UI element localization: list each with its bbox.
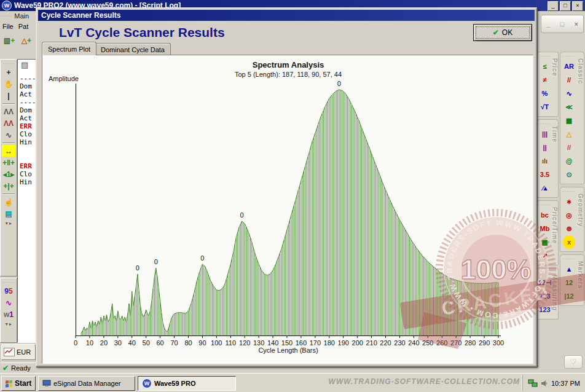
measure-123-icon[interactable]: 123 bbox=[539, 289, 551, 303]
ellipse-icon[interactable]: ⊕ bbox=[563, 222, 575, 235]
toolbar-group-markers: ······▲12|12Markers bbox=[560, 254, 584, 306]
menubar: File Pat bbox=[0, 21, 36, 31]
menu-file[interactable]: File bbox=[2, 23, 14, 30]
svg-text:0: 0 bbox=[337, 80, 341, 87]
minimize-button[interactable]: _ bbox=[548, 1, 559, 11]
pattern-tool-icon[interactable]: ΛΛ bbox=[2, 117, 15, 129]
menu-pattern[interactable]: Pat bbox=[18, 23, 29, 30]
compress-bars-icon[interactable]: +‖+ bbox=[2, 157, 15, 168]
new-chart-icon[interactable]: ▧+ bbox=[2, 34, 17, 47]
crosshair-tool-icon[interactable]: + bbox=[2, 66, 15, 78]
palette-grip[interactable]: ····· bbox=[3, 280, 14, 285]
svg-text:170: 170 bbox=[310, 339, 321, 347]
print-icon[interactable]: ▤ bbox=[21, 60, 28, 69]
toolbar-grip[interactable]: ······ bbox=[538, 121, 552, 127]
andrews-pitchfork-icon[interactable]: AR bbox=[563, 60, 575, 73]
palette-grip[interactable]: ····· bbox=[3, 61, 14, 66]
marker-12-icon[interactable]: 12 bbox=[563, 276, 575, 289]
time-pair-icon[interactable]: || bbox=[539, 141, 551, 154]
alert-triangle-icon[interactable]: △ bbox=[563, 127, 575, 141]
toolbar-grip[interactable]: ······ bbox=[538, 53, 552, 59]
marker-bar12-icon[interactable]: |12 bbox=[563, 289, 575, 303]
compass-fan-icon[interactable]: ∗ bbox=[563, 195, 575, 208]
status-text: Ready bbox=[11, 364, 31, 372]
price-sqrt-icon[interactable]: √T bbox=[539, 100, 551, 114]
sphere-icon[interactable]: x bbox=[563, 235, 575, 249]
svg-text:80: 80 bbox=[184, 339, 192, 347]
dialog-titlebar[interactable]: Cycle Scanner Results bbox=[38, 10, 535, 21]
spiral-icon[interactable]: @ bbox=[563, 154, 575, 168]
tab-dominant-cycle-data[interactable]: Dominant Cycle Data bbox=[95, 43, 171, 55]
peak-labels: 00000 bbox=[136, 80, 341, 272]
toolbar-grip[interactable]: ······ bbox=[562, 189, 576, 194]
grid-box-icon[interactable]: ▦ bbox=[563, 114, 575, 127]
time-bars-icon[interactable]: ılı bbox=[539, 154, 551, 168]
speed-lines-icon[interactable]: // bbox=[563, 141, 575, 154]
ok-button[interactable]: ✔ OK bbox=[473, 24, 532, 41]
price-retracement-icon[interactable]: ≤ bbox=[539, 60, 551, 73]
expand-bars-icon[interactable]: ↔ bbox=[2, 145, 15, 157]
time-ratio-icon[interactable]: 3.5 bbox=[539, 168, 551, 181]
toolbar-grip[interactable]: ····· bbox=[1, 14, 12, 19]
vertical-line-tool-icon[interactable]: | bbox=[2, 90, 15, 101]
pointer-hand-icon[interactable]: ☝ bbox=[2, 196, 15, 208]
toolbar-grip[interactable]: ······ bbox=[538, 202, 552, 208]
tray-clock[interactable]: 10:37 PM bbox=[551, 380, 580, 387]
svg-text:160: 160 bbox=[296, 339, 307, 347]
log-line: Dom bbox=[20, 106, 36, 114]
marker-triangle-icon[interactable]: ▲ bbox=[563, 262, 575, 276]
taskbar-button-wave59[interactable]: W Wave59 PRO bbox=[138, 376, 236, 391]
start-label: Start bbox=[15, 379, 31, 388]
toolbar-grip[interactable]: ······ bbox=[562, 256, 576, 262]
toolbar-grip[interactable]: ······ bbox=[562, 53, 576, 59]
palette-scroll-buttons[interactable]: ▾ ▸ bbox=[6, 221, 12, 226]
toolbar-grip[interactable]: ······ bbox=[538, 270, 552, 275]
price-extension-icon[interactable]: ≠ bbox=[539, 73, 551, 87]
child-restore-button[interactable]: □ bbox=[560, 20, 565, 28]
volume-tray-icon[interactable] bbox=[541, 380, 548, 387]
measure-12-icon[interactable]: 12⊣ bbox=[539, 276, 551, 289]
gann-fan-icon[interactable]: ≪ bbox=[563, 100, 575, 114]
start-button[interactable]: Start bbox=[1, 376, 36, 391]
zigzag-tool-icon[interactable]: ΛΛ bbox=[2, 106, 15, 117]
gann-95-icon[interactable]: 95 bbox=[2, 285, 15, 297]
magnifier-icon[interactable]: ⊙ bbox=[563, 168, 575, 181]
time-slope-icon[interactable]: ∕▴ bbox=[539, 181, 551, 195]
time-lines-icon[interactable]: ||| bbox=[539, 127, 551, 141]
hand-tool-icon[interactable]: ✋ bbox=[2, 78, 15, 90]
count-tool-icon[interactable]: w1 bbox=[2, 308, 15, 320]
toolbar-group-label: Markers bbox=[577, 261, 584, 289]
zigzag-blue-icon[interactable]: ∿ bbox=[563, 87, 575, 100]
svg-text:50: 50 bbox=[143, 339, 150, 347]
svg-text:250: 250 bbox=[422, 339, 433, 347]
child-minimize-button[interactable]: _ bbox=[546, 20, 550, 28]
network-tray-icon[interactable] bbox=[528, 379, 538, 388]
delete-tool-icon[interactable]: ▤ bbox=[2, 208, 15, 219]
close-button[interactable]: × bbox=[572, 1, 583, 11]
divider bbox=[2, 194, 15, 194]
shift-bars-icon[interactable]: ◂1▸ bbox=[2, 168, 15, 180]
price-percent-icon[interactable]: % bbox=[539, 87, 551, 100]
pricetime-mb-icon[interactable]: Mb bbox=[539, 222, 551, 235]
pricetime-vector-icon[interactable]: ↗ bbox=[539, 249, 551, 262]
svg-text:100: 100 bbox=[211, 339, 222, 347]
curve-tool-icon[interactable]: ∿ bbox=[2, 129, 15, 141]
tab-spectrum-plot[interactable]: Spectrum Plot bbox=[42, 42, 96, 55]
parallel-lines-icon[interactable]: // bbox=[563, 73, 575, 87]
circles-icon[interactable]: ◎ bbox=[563, 208, 575, 222]
measure-angle-icon[interactable]: 123 bbox=[539, 303, 551, 316]
move-line-icon[interactable]: +|+ bbox=[2, 180, 15, 192]
cycle-wave-icon[interactable]: ∿ bbox=[2, 297, 15, 308]
child-close-button[interactable]: × bbox=[574, 20, 578, 28]
taskbar-button-esignal[interactable]: eSignal Data Manager bbox=[38, 376, 135, 391]
chart-tab-eur[interactable]: EUR bbox=[1, 344, 36, 360]
pricetime-grid-icon[interactable]: ▦ bbox=[539, 235, 551, 249]
spectrum-chart: 0102030405060708090100110120130140150160… bbox=[42, 55, 534, 363]
restore-button[interactable]: □ bbox=[560, 1, 571, 11]
svg-text:110: 110 bbox=[226, 339, 237, 347]
palette-scroll-buttons[interactable]: ▾ ▸ bbox=[6, 321, 12, 327]
new-alert-icon[interactable]: △+ bbox=[19, 34, 34, 47]
pricetime-bc-icon[interactable]: bc bbox=[539, 208, 551, 222]
watermark-bottom-text: WWW.TRADING-SOFTWARE-COLLECTION.COM bbox=[329, 377, 520, 386]
favorites-button[interactable]: ♡ bbox=[564, 355, 583, 369]
